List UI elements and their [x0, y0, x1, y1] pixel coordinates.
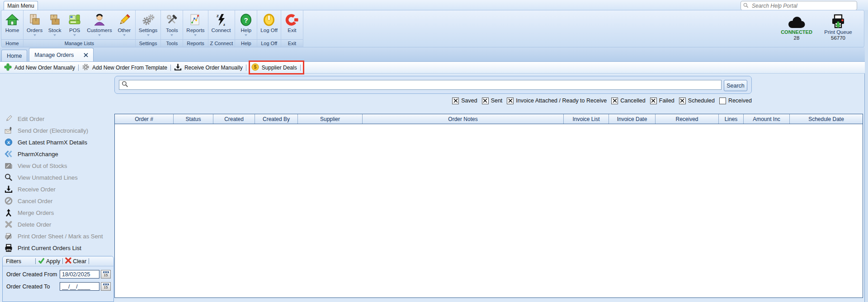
search-button[interactable]: Search: [724, 80, 747, 91]
search-button-label: Search: [726, 83, 745, 89]
ribbon-button-exit[interactable]: Exit: [282, 11, 302, 39]
ribbon-button-connect[interactable]: Zz Connect: [209, 11, 233, 39]
printer-icon: [4, 244, 13, 252]
filter-checkbox-invoice-attached[interactable]: Invoice Attached / Ready to Receive: [507, 98, 607, 104]
checkbox-icon[interactable]: [482, 98, 489, 104]
print-queue-label: Print Queue: [824, 29, 852, 35]
ribbon-button-label: Stock: [48, 28, 61, 33]
calendar-icon[interactable]: 15: [101, 270, 111, 279]
dropdown-caret-icon: [53, 34, 56, 36]
tab-label: Home: [7, 53, 22, 59]
ribbon-button-other[interactable]: Other: [114, 11, 134, 39]
help-portal-search[interactable]: [741, 1, 857, 10]
checkbox-icon[interactable]: [679, 98, 686, 104]
checkbox-icon[interactable]: [650, 98, 657, 104]
sidebar-item-print-current-orders-list[interactable]: Print Current Orders List: [0, 242, 113, 254]
clear-filters-button[interactable]: Clear: [65, 257, 86, 265]
dropdown-caret-icon: [98, 34, 101, 36]
supplier-deals-button[interactable]: $ Supplier Deals: [251, 63, 297, 72]
sidebar-item-label: Delete Order: [18, 221, 51, 228]
checkbox-icon[interactable]: [719, 98, 726, 104]
column-header-order-notes[interactable]: Order Notes: [363, 114, 564, 124]
ribbon-button-tools[interactable]: Tools: [162, 11, 182, 39]
sidebar-item-label: Print Order Sheet / Mark as Sent: [18, 233, 103, 240]
order-created-to-input[interactable]: [60, 282, 99, 291]
dropdown-caret-icon: [33, 34, 36, 36]
filters-panel-header: Filters Apply Clear: [3, 256, 113, 266]
sidebar-item-send-order[interactable]: Send Order (Electronically): [0, 125, 113, 136]
sidebar-item-view-unmatched-lines[interactable]: View Unmatched Lines: [0, 172, 113, 183]
filter-checkbox-received[interactable]: Received: [719, 98, 752, 104]
sidebar-item-label: PharmXchange: [18, 151, 58, 158]
ribbon-button-reports[interactable]: Reports: [184, 11, 207, 39]
connected-indicator[interactable]: CONNECTED 28: [779, 13, 814, 41]
customers-icon: [93, 12, 106, 28]
cancel-icon: [4, 197, 13, 205]
separator: [62, 258, 63, 264]
ribbon-button-label: Log Off: [260, 28, 278, 33]
sidebar-item-label: Receive Order: [18, 186, 56, 193]
column-header-order-number[interactable]: Order #: [115, 114, 174, 124]
checkbox-icon[interactable]: [611, 98, 618, 104]
column-header-invoice-date[interactable]: Invoice Date: [609, 114, 656, 124]
add-new-order-from-template-button[interactable]: Add New Order From Template: [82, 63, 167, 72]
print-queue-indicator[interactable]: Print Queue 56770: [821, 13, 856, 41]
sidebar-item-cancel-order[interactable]: Cancel Order: [0, 195, 113, 207]
ribbon-button-help[interactable]: ? Help: [236, 11, 256, 39]
sidebar-item-pharmxchange[interactable]: PharmXchange: [0, 148, 113, 160]
order-search-input[interactable]: [131, 81, 721, 89]
apply-filters-button[interactable]: Apply: [38, 257, 60, 265]
column-header-received[interactable]: Received: [656, 114, 719, 124]
sidebar-item-print-order-sheet[interactable]: Print Order Sheet / Mark as Sent: [0, 230, 113, 242]
ribbon: Home Home Orders: [1, 10, 864, 47]
sidebar-item-edit-order[interactable]: Edit Order: [0, 113, 113, 125]
tab-main-menu[interactable]: Main Menu: [4, 1, 38, 10]
lightning-icon: Zz: [214, 12, 228, 28]
separator: [35, 258, 36, 264]
checkbox-icon[interactable]: [507, 98, 514, 104]
ribbon-button-orders[interactable]: Orders: [24, 11, 45, 39]
ribbon-group-z-connect: Zz Connect Z Connect: [208, 10, 236, 47]
order-created-from-input[interactable]: [60, 270, 99, 279]
filter-checkbox-cancelled[interactable]: Cancelled: [611, 98, 646, 104]
sidebar-item-view-out-of-stocks[interactable]: View Out of Stocks: [0, 160, 113, 172]
exit-icon: [285, 12, 299, 28]
filter-checkbox-saved[interactable]: Saved: [452, 98, 477, 104]
svg-text:?: ?: [244, 16, 248, 23]
tab-home[interactable]: Home: [1, 50, 27, 61]
filter-checkbox-failed[interactable]: Failed: [650, 98, 675, 104]
column-header-lines[interactable]: Lines: [719, 114, 744, 124]
tab-manage-orders[interactable]: Manage Orders: [29, 48, 94, 61]
calendar-icon[interactable]: 15: [101, 282, 111, 291]
ribbon-button-settings[interactable]: Settings: [137, 11, 160, 39]
sidebar-item-get-latest-pharmx-details[interactable]: X Get Latest PharmX Details: [0, 136, 113, 148]
column-header-status[interactable]: Status: [174, 114, 213, 124]
orders-icon: [28, 12, 42, 28]
checkbox-label: Saved: [461, 98, 477, 104]
filter-label: Order Created From: [6, 271, 60, 278]
column-header-schedule-date[interactable]: Schedule Date: [790, 114, 863, 124]
column-header-invoice-list[interactable]: Invoice List: [564, 114, 609, 124]
receive-order-manually-button[interactable]: Receive Order Manually: [174, 63, 243, 72]
filter-checkbox-scheduled[interactable]: Scheduled: [679, 98, 715, 104]
ribbon-button-stock[interactable]: Stock: [45, 11, 65, 39]
sidebar-item-delete-order[interactable]: Delete Order: [0, 218, 113, 230]
column-header-created[interactable]: Created: [213, 114, 255, 124]
column-header-amount-inc[interactable]: Amount Inc: [744, 114, 790, 124]
sidebar-item-merge-orders[interactable]: Merge Orders: [0, 207, 113, 218]
filter-checkbox-sent[interactable]: Sent: [482, 98, 503, 104]
checkbox-icon[interactable]: [452, 98, 459, 104]
ribbon-button-pos[interactable]: POS: [65, 11, 85, 39]
ribbon-button-home[interactable]: Home: [2, 11, 22, 39]
column-header-created-by[interactable]: Created By: [255, 114, 298, 124]
close-icon[interactable]: [84, 53, 88, 57]
ribbon-group-label: Home: [1, 39, 23, 47]
ribbon-status-area: CONNECTED 28 Print Queue 56770: [779, 13, 856, 41]
sidebar-item-receive-order[interactable]: Receive Order: [0, 183, 113, 195]
ribbon-group-tools: Tools Tools: [161, 10, 183, 47]
add-new-order-manually-button[interactable]: Add New Order Manually: [4, 63, 75, 72]
ribbon-button-customers[interactable]: Customers: [85, 11, 114, 39]
help-search-input[interactable]: [751, 2, 854, 9]
ribbon-button-log-off[interactable]: Log Off: [258, 11, 280, 39]
column-header-supplier[interactable]: Supplier: [298, 114, 363, 124]
